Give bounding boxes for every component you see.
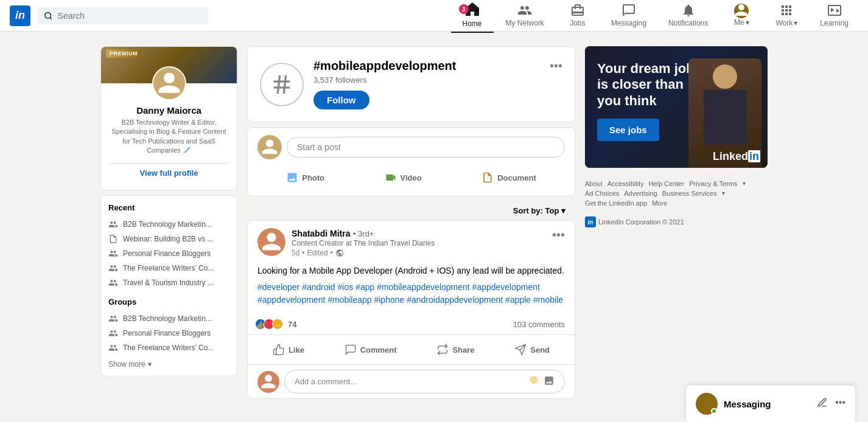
post-input[interactable]: Start a post — [287, 137, 565, 157]
footer-more[interactable]: More — [652, 199, 667, 207]
ad-person-image — [682, 46, 768, 168]
nav-item-learning[interactable]: Learning — [810, 0, 858, 32]
nav-item-work[interactable]: Work ▾ — [765, 0, 808, 32]
send-button[interactable]: Send — [506, 337, 558, 362]
compose-icon[interactable] — [817, 397, 828, 410]
work-grid-icon — [779, 3, 794, 18]
business-chevron-icon: ▾ — [722, 190, 725, 197]
group-icon-3 — [108, 263, 118, 273]
list-item[interactable]: Webinar: Building B2B vs ... — [108, 232, 229, 246]
share-button[interactable]: Share — [428, 337, 483, 362]
search-bar[interactable] — [38, 7, 208, 24]
post-author-info: Shatabdi Mitra • 3rd+ Content Creator at… — [292, 228, 546, 257]
messaging-icon — [621, 3, 636, 18]
page-content: PREMIUM Danny Maiorca B2B Technology Wri… — [91, 46, 777, 404]
right-sidebar: Your dream job is closer than you think … — [585, 46, 768, 404]
nav-item-messaging[interactable]: Messaging — [601, 0, 656, 32]
comment-button[interactable]: Comment — [336, 337, 405, 362]
list-item[interactable]: Travel & Tourism Industry ... — [108, 275, 229, 290]
profile-avatar — [152, 66, 186, 100]
post-author-name[interactable]: Shatabdi Mitra — [292, 229, 350, 238]
footer-business[interactable]: Business Services — [662, 190, 717, 197]
sort-bar: Sort by: Top ▾ — [247, 201, 575, 220]
hashtag-info: #mobileappdevelopment 3,537 followers Fo… — [313, 59, 540, 109]
video-action[interactable]: Video — [377, 167, 429, 189]
hashtag-followers: 3,537 followers — [313, 75, 540, 85]
photo-action[interactable]: Photo — [279, 167, 332, 189]
list-item[interactable]: B2B Technology Marketin... — [108, 311, 229, 326]
document-action[interactable]: Document — [474, 167, 544, 189]
nav-item-me[interactable]: Me ▾ — [720, 0, 763, 32]
nav-item-network[interactable]: My Network — [496, 0, 554, 32]
list-item[interactable]: B2B Technology Marketin... — [108, 217, 229, 232]
footer-app[interactable]: Get the LinkedIn app — [585, 199, 647, 207]
more-options-button[interactable]: ••• — [550, 59, 562, 73]
navbar: in 3 Home My Network Jobs Messaging Noti… — [0, 0, 868, 32]
groups-list: B2B Technology Marketin... Personal Fina… — [108, 311, 229, 355]
see-jobs-button[interactable]: See jobs — [597, 119, 659, 141]
notifications-icon — [681, 3, 696, 18]
group-icon-6 — [108, 328, 118, 338]
composer-avatar — [257, 135, 282, 159]
share-icon — [436, 344, 449, 356]
group-icon-2 — [108, 249, 118, 258]
sort-value[interactable]: Top ▾ — [545, 206, 565, 215]
list-item[interactable]: The Freelance Writers' Co... — [108, 341, 229, 355]
hashtag-logo — [260, 63, 304, 106]
footer-privacy[interactable]: Privacy & Terms — [689, 180, 737, 187]
footer-about[interactable]: About — [585, 180, 603, 187]
linkedin-logo[interactable]: in — [10, 5, 30, 26]
list-item[interactable]: Personal Finance Bloggers — [108, 326, 229, 341]
profile-name: Danny Maiorca — [108, 105, 229, 116]
comment-icon — [345, 344, 357, 356]
work-chevron-icon: ▾ — [794, 19, 797, 27]
group-icon — [108, 220, 118, 229]
hashtag-name: #mobileappdevelopment — [313, 59, 540, 73]
network-icon — [517, 3, 532, 18]
post-body: Looking for a Mobile App Developer (Andr… — [248, 265, 575, 314]
show-more-button[interactable]: Show more ▾ — [108, 360, 229, 368]
profile-card: PREMIUM Danny Maiorca B2B Technology Wri… — [100, 46, 237, 190]
footer-accessibility[interactable]: Accessibility — [607, 180, 644, 187]
learning-icon — [827, 3, 842, 18]
nav-item-home[interactable]: 3 Home — [451, 0, 494, 33]
post-tags[interactable]: #developer #android #ios #app #mobileapp… — [257, 281, 565, 306]
footer-links: About Accessibility Help Center Privacy … — [585, 175, 768, 212]
comment-input[interactable]: Add a comment... 🙂 — [284, 370, 565, 393]
like-button[interactable]: Like — [264, 337, 313, 362]
group-icon-7 — [108, 343, 118, 353]
clap-reaction-icon: 👏 — [272, 319, 283, 330]
list-item[interactable]: Personal Finance Bloggers — [108, 246, 229, 261]
ad-card: Your dream job is closer than you think … — [585, 46, 768, 168]
photo-icon — [286, 171, 298, 184]
feed-post: Shatabdi Mitra • 3rd+ Content Creator at… — [247, 220, 575, 399]
more-options-messaging-icon[interactable]: ••• — [835, 397, 845, 410]
footer-adchoices[interactable]: Ad Choices — [585, 190, 619, 197]
comment-box: Add a comment... 🙂 — [248, 364, 575, 398]
me-avatar — [734, 4, 749, 18]
emoji-icon[interactable]: 🙂 — [529, 375, 539, 388]
search-input[interactable] — [58, 11, 202, 21]
nav-item-notifications[interactable]: Notifications — [659, 0, 718, 32]
list-item[interactable]: The Freelance Writers' Co... — [108, 261, 229, 275]
view-profile-link[interactable]: View full profile — [108, 163, 229, 182]
image-attach-icon[interactable] — [544, 375, 555, 388]
home-badge: 3 — [459, 4, 469, 14]
left-sidebar: PREMIUM Danny Maiorca B2B Technology Wri… — [100, 46, 237, 404]
chevron-down-icon: ▾ — [148, 360, 152, 368]
comments-count[interactable]: 103 comments — [513, 320, 565, 329]
footer-copyright: in LinkedIn Corporation © 2021 — [585, 216, 768, 227]
post-more-options[interactable]: ••• — [552, 228, 565, 242]
premium-badge: PREMIUM — [106, 49, 141, 58]
reaction-count: 74 — [288, 320, 296, 329]
post-author-badge: • 3rd+ — [353, 229, 374, 238]
messaging-avatar-wrap — [696, 393, 718, 415]
footer-advertising[interactable]: Advertising — [624, 190, 657, 197]
follow-button[interactable]: Follow — [313, 91, 369, 109]
footer-help[interactable]: Help Center — [649, 180, 685, 187]
messaging-bar[interactable]: Messaging ••• — [685, 385, 856, 422]
nav-item-jobs[interactable]: Jobs — [556, 0, 599, 32]
main-feed: #mobileappdevelopment 3,537 followers Fo… — [247, 46, 575, 404]
recent-list: B2B Technology Marketin... Webinar: Buil… — [108, 217, 229, 290]
post-author-title: Content Creator at The Indian Travel Dia… — [292, 239, 546, 247]
